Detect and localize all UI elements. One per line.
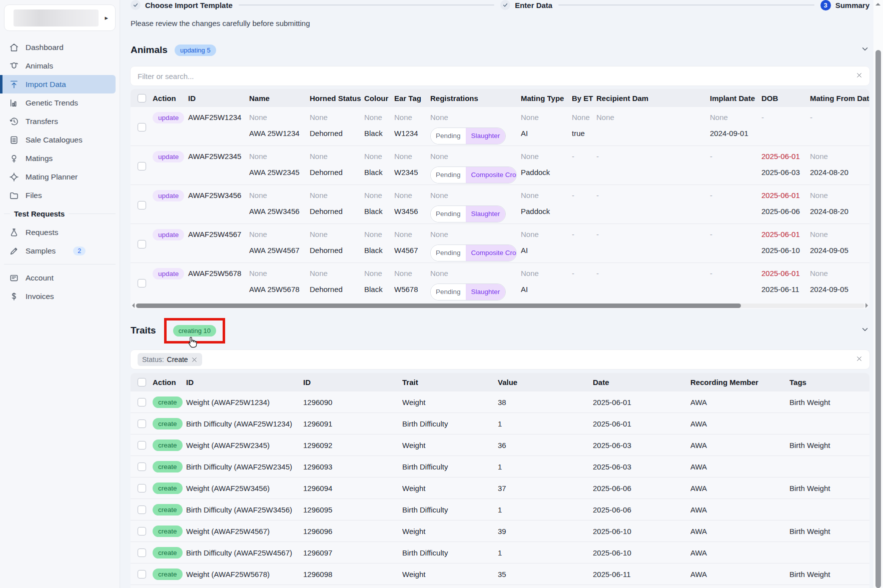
cell-action: create — [153, 526, 186, 537]
cell-colour: NoneBlack — [364, 151, 394, 184]
old-value: None — [521, 151, 568, 162]
bar-chart-icon — [9, 98, 19, 108]
old-value: - — [761, 112, 806, 123]
row-checkbox[interactable] — [138, 506, 146, 514]
sidebar-item-account[interactable]: Account — [4, 268, 116, 287]
old-value: - — [710, 268, 757, 279]
traits-collapse-chevron-icon[interactable] — [860, 325, 869, 336]
old-value: None — [249, 190, 306, 201]
sidebar-expand-button[interactable]: ▸ — [103, 12, 110, 24]
search-clear-icon[interactable] — [856, 72, 862, 80]
sidebar-item-samples[interactable]: Samples 2 — [4, 242, 116, 260]
sidebar-item-invoices[interactable]: Invoices — [4, 287, 116, 306]
scrollbar-track[interactable] — [136, 304, 864, 308]
scroll-up-arrow-icon[interactable] — [875, 3, 880, 6]
pencil-icon — [9, 246, 19, 256]
animals-search-input[interactable] — [138, 72, 856, 80]
select-all-checkbox[interactable] — [138, 378, 146, 386]
sidebar-item-genetic-trends[interactable]: Genetic Trends — [4, 94, 116, 112]
page-scrollbar-thumb[interactable] — [875, 50, 881, 588]
animals-section-title: Animals — [131, 44, 168, 56]
column-header: Recipient Dam — [596, 94, 710, 102]
sidebar-item-requests[interactable]: Requests — [4, 223, 116, 242]
sidebar-item-import-data[interactable]: Import Data — [0, 75, 116, 94]
cell-id2: 1296094 — [303, 484, 402, 492]
old-value: None — [364, 151, 390, 162]
column-header: ID — [303, 378, 402, 386]
trait-table-row: createWeight (AWAF25W4567)1296096Weight3… — [131, 520, 869, 542]
cell-action: update — [153, 190, 188, 224]
scrollbar-thumb[interactable] — [136, 304, 741, 308]
row-checkbox[interactable] — [138, 279, 146, 288]
new-value: Dehorned — [310, 128, 360, 140]
column-header: Mating Type — [521, 94, 572, 102]
new-value: PendingComposite Cross — [430, 244, 517, 262]
action-badge: update — [153, 268, 184, 280]
traits-section-title: Traits — [131, 325, 156, 336]
scroll-right-arrow-icon[interactable] — [865, 303, 868, 308]
row-checkbox[interactable] — [138, 123, 146, 132]
row-checkbox[interactable] — [138, 240, 146, 248]
cell-animal-id: AWAF25W4567 — [188, 229, 249, 262]
new-value — [710, 244, 757, 256]
registration-status: Pending — [431, 245, 466, 261]
new-value — [596, 244, 706, 256]
sidebar-item-files[interactable]: Files — [4, 186, 116, 204]
old-value: - — [596, 190, 706, 201]
registration-type: Composite Cross — [466, 245, 517, 261]
new-value: Dehorned — [310, 284, 360, 296]
step-enter-data[interactable]: Enter Data — [500, 0, 552, 10]
row-checkbox[interactable] — [138, 201, 146, 210]
step-choose-template[interactable]: Choose Import Template — [131, 0, 233, 10]
column-header: Value — [498, 378, 593, 386]
sidebar-item-label: Invoices — [26, 292, 54, 301]
animals-collapse-chevron-icon[interactable] — [860, 44, 869, 56]
sidebar-item-animals[interactable]: Animals — [4, 56, 116, 75]
row-checkbox[interactable] — [138, 398, 146, 406]
sidebar-item-transfers[interactable]: Transfers — [4, 112, 116, 130]
cell-registrations: NonePendingComposite Cross — [430, 151, 521, 184]
cell-id: Birth Difficulty (AWAF25W3456) — [186, 506, 303, 514]
trait-table-row: createWeight (AWAF25W2345)1296092Weight3… — [131, 434, 869, 456]
old-value: None — [364, 229, 390, 240]
sidebar-item-matings[interactable]: Matings — [4, 149, 116, 168]
registration-type: Composite Cross — [466, 167, 517, 183]
old-value: None — [521, 268, 568, 279]
old-value: None — [310, 268, 360, 279]
sidebar-item-label: Genetic Trends — [26, 98, 78, 108]
row-checkbox[interactable] — [138, 484, 146, 492]
cell-name: NoneAWA 25W5678 — [249, 268, 310, 302]
new-value: Paddock — [521, 166, 568, 178]
scroll-left-arrow-icon[interactable] — [132, 303, 135, 308]
row-checkbox[interactable] — [138, 420, 146, 428]
sidebar-item-mating-planner[interactable]: Mating Planner — [4, 168, 116, 186]
action-badge: create — [153, 504, 183, 516]
cell-id2: 1296095 — [303, 506, 402, 514]
cell-date: 2025-06-06 — [593, 484, 690, 492]
cell-value: 1 — [498, 548, 593, 557]
planner-target-icon — [9, 172, 19, 182]
cell-tags: Birth Weight — [789, 398, 869, 406]
row-checkbox[interactable] — [138, 441, 146, 450]
row-checkbox[interactable] — [138, 527, 146, 536]
row-checkbox[interactable] — [138, 462, 146, 471]
status-filter-chip[interactable]: Status:Create — [138, 353, 202, 366]
row-checkbox[interactable] — [138, 570, 146, 578]
chip-remove-icon[interactable] — [191, 356, 198, 363]
step-summary[interactable]: 3 Summary — [820, 0, 869, 10]
cell-name: NoneAWA 25W2345 — [249, 151, 310, 184]
row-checkbox[interactable] — [138, 162, 146, 170]
row-checkbox[interactable] — [138, 548, 146, 557]
creating-count-badge[interactable]: creating 10 — [173, 325, 216, 336]
old-value: None — [394, 151, 426, 162]
filter-clear-icon[interactable] — [856, 355, 862, 364]
page-vertical-scrollbar[interactable] — [873, 0, 883, 588]
old-value: None — [364, 112, 390, 123]
sidebar-item-sale-catalogues[interactable]: Sale Catalogues — [4, 130, 116, 149]
cell-dob: 2025-06-012025-06-11 — [761, 268, 810, 302]
sidebar-item-dashboard[interactable]: Dashboard — [4, 38, 116, 56]
select-all-checkbox[interactable] — [138, 94, 146, 102]
animals-horizontal-scrollbar[interactable] — [131, 302, 869, 309]
action-badge: create — [153, 461, 183, 472]
column-header: Action — [153, 378, 186, 386]
